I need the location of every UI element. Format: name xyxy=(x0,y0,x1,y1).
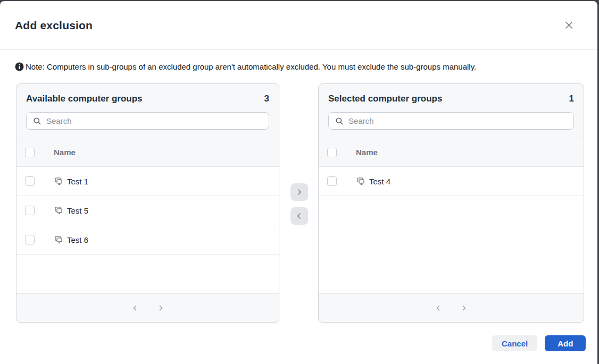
row-checkbox[interactable] xyxy=(25,176,35,186)
available-search-box xyxy=(26,112,269,130)
selected-search-input[interactable] xyxy=(348,116,567,125)
move-right-button[interactable] xyxy=(290,183,308,201)
pagination-prev-button[interactable] xyxy=(432,302,445,315)
computer-group-icon xyxy=(356,176,365,186)
selected-panel-title: Selected computer groups xyxy=(328,94,442,104)
available-panel-head: Available computer groups 3 xyxy=(16,84,279,138)
add-exclusion-dialog: Add exclusion Note: Computers in sub-gro… xyxy=(0,1,597,364)
chevron-left-icon xyxy=(435,305,442,311)
available-search-input[interactable] xyxy=(46,116,262,125)
available-panel-title: Available computer groups xyxy=(26,94,143,104)
pagination-next-button[interactable] xyxy=(457,302,470,315)
chevron-left-icon xyxy=(296,213,303,219)
selected-panel-head: Selected computer groups 1 xyxy=(319,84,584,138)
search-icon xyxy=(33,117,41,125)
group-name: Test 1 xyxy=(67,177,88,186)
transfer-controls xyxy=(290,183,308,225)
computer-group-icon xyxy=(54,206,63,215)
chevron-right-icon xyxy=(461,305,467,311)
chevron-right-icon xyxy=(157,305,164,311)
selected-groups-panel: Selected computer groups 1 Name xyxy=(318,83,584,323)
computer-group-icon xyxy=(54,176,63,186)
table-row[interactable]: Test 4 xyxy=(319,167,584,196)
note-banner: Note: Computers in sub-groups of an excl… xyxy=(15,62,583,71)
selected-table-body: Test 4 xyxy=(319,167,584,293)
name-column-header: Name xyxy=(356,148,378,157)
dialog-title: Add exclusion xyxy=(15,19,93,32)
available-table-header: Name xyxy=(16,138,279,167)
available-count: 3 xyxy=(264,94,269,104)
note-text: Note: Computers in sub-groups of an excl… xyxy=(26,62,476,71)
chevron-left-icon xyxy=(132,305,138,311)
dialog-header: Add exclusion xyxy=(0,1,597,50)
table-row[interactable]: Test 5 xyxy=(16,196,279,225)
selected-search-box xyxy=(328,112,574,130)
available-groups-panel: Available computer groups 3 Name xyxy=(16,83,279,323)
group-name: Test 4 xyxy=(369,177,390,186)
pagination-next-button[interactable] xyxy=(154,302,167,315)
pagination-prev-button[interactable] xyxy=(129,302,142,315)
computer-group-icon xyxy=(54,235,63,244)
name-column-header: Name xyxy=(54,148,76,157)
selected-select-all-checkbox[interactable] xyxy=(327,148,337,157)
chevron-right-icon xyxy=(296,189,303,196)
table-row[interactable]: Test 1 xyxy=(16,167,279,196)
group-name: Test 5 xyxy=(67,206,88,215)
close-button[interactable] xyxy=(561,18,576,33)
group-name: Test 6 xyxy=(67,235,88,244)
selected-table-header: Name xyxy=(319,138,584,167)
search-icon xyxy=(335,117,344,125)
table-row[interactable]: Test 6 xyxy=(16,225,279,255)
selected-count: 1 xyxy=(569,94,574,104)
available-select-all-checkbox[interactable] xyxy=(25,148,35,157)
move-left-button[interactable] xyxy=(290,207,308,225)
available-pagination xyxy=(16,293,279,322)
cancel-button[interactable]: Cancel xyxy=(492,335,537,351)
add-button[interactable]: Add xyxy=(545,335,586,351)
row-checkbox[interactable] xyxy=(327,176,337,186)
info-icon xyxy=(15,62,24,71)
row-checkbox[interactable] xyxy=(25,235,35,244)
row-checkbox[interactable] xyxy=(25,206,35,215)
close-icon xyxy=(564,21,573,30)
dialog-actions: Cancel Add xyxy=(492,335,586,351)
available-table-body: Test 1 Test 5 xyxy=(16,167,279,293)
selected-pagination xyxy=(319,293,584,322)
